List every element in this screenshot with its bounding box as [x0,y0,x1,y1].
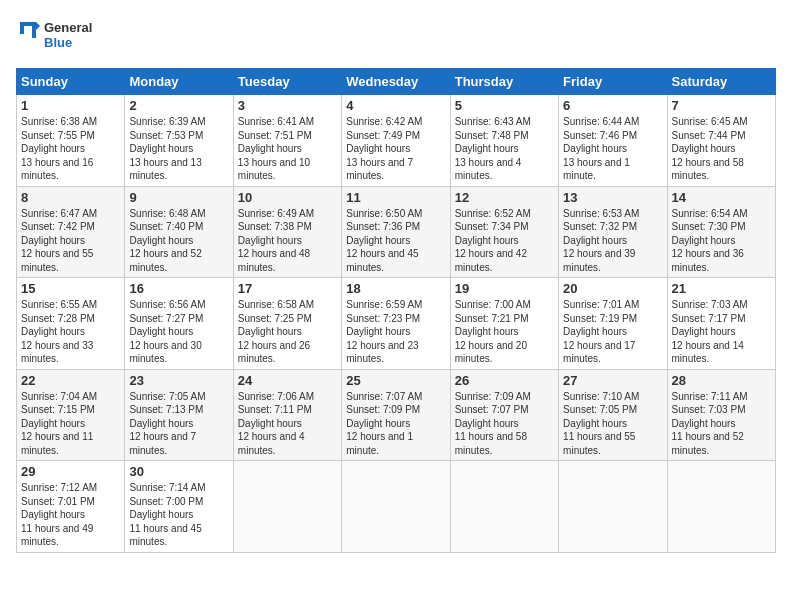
day-number: 19 [455,281,554,296]
table-row: 21Sunrise: 7:03 AMSunset: 7:17 PMDayligh… [667,278,775,370]
day-number: 16 [129,281,228,296]
table-row: 5Sunrise: 6:43 AMSunset: 7:48 PMDaylight… [450,95,558,187]
day-number: 27 [563,373,662,388]
col-tuesday: Tuesday [233,69,341,95]
day-number: 10 [238,190,337,205]
main-container: General Blue Sunday Monday Tuesday Wedne… [0,0,792,561]
day-number: 11 [346,190,445,205]
table-row: 25Sunrise: 7:07 AMSunset: 7:09 PMDayligh… [342,369,450,461]
header: General Blue [16,16,776,56]
table-row: 8Sunrise: 6:47 AMSunset: 7:42 PMDaylight… [17,186,125,278]
day-number: 9 [129,190,228,205]
calendar-week-5: 29Sunrise: 7:12 AMSunset: 7:01 PMDayligh… [17,461,776,553]
table-row: 14Sunrise: 6:54 AMSunset: 7:30 PMDayligh… [667,186,775,278]
table-row: 3Sunrise: 6:41 AMSunset: 7:51 PMDaylight… [233,95,341,187]
table-row: 20Sunrise: 7:01 AMSunset: 7:19 PMDayligh… [559,278,667,370]
day-info: Sunrise: 7:09 AMSunset: 7:07 PMDaylight … [455,390,554,458]
day-info: Sunrise: 7:01 AMSunset: 7:19 PMDaylight … [563,298,662,366]
day-number: 21 [672,281,771,296]
day-info: Sunrise: 7:00 AMSunset: 7:21 PMDaylight … [455,298,554,366]
day-number: 2 [129,98,228,113]
table-row: 11Sunrise: 6:50 AMSunset: 7:36 PMDayligh… [342,186,450,278]
day-info: Sunrise: 6:52 AMSunset: 7:34 PMDaylight … [455,207,554,275]
day-info: Sunrise: 7:10 AMSunset: 7:05 PMDaylight … [563,390,662,458]
day-info: Sunrise: 6:54 AMSunset: 7:30 PMDaylight … [672,207,771,275]
table-row: 7Sunrise: 6:45 AMSunset: 7:44 PMDaylight… [667,95,775,187]
table-row: 16Sunrise: 6:56 AMSunset: 7:27 PMDayligh… [125,278,233,370]
calendar-table: Sunday Monday Tuesday Wednesday Thursday… [16,68,776,553]
day-info: Sunrise: 7:12 AMSunset: 7:01 PMDaylight … [21,481,120,549]
day-number: 14 [672,190,771,205]
day-number: 24 [238,373,337,388]
day-number: 1 [21,98,120,113]
day-info: Sunrise: 7:14 AMSunset: 7:00 PMDaylight … [129,481,228,549]
day-number: 13 [563,190,662,205]
day-info: Sunrise: 6:44 AMSunset: 7:46 PMDaylight … [563,115,662,183]
day-info: Sunrise: 6:43 AMSunset: 7:48 PMDaylight … [455,115,554,183]
day-info: Sunrise: 6:53 AMSunset: 7:32 PMDaylight … [563,207,662,275]
col-sunday: Sunday [17,69,125,95]
day-number: 28 [672,373,771,388]
day-number: 25 [346,373,445,388]
table-row: 26Sunrise: 7:09 AMSunset: 7:07 PMDayligh… [450,369,558,461]
table-row: 1Sunrise: 6:38 AMSunset: 7:55 PMDaylight… [17,95,125,187]
day-info: Sunrise: 6:39 AMSunset: 7:53 PMDaylight … [129,115,228,183]
logo: General Blue [16,16,116,56]
table-row: 24Sunrise: 7:06 AMSunset: 7:11 PMDayligh… [233,369,341,461]
table-row: 9Sunrise: 6:48 AMSunset: 7:40 PMDaylight… [125,186,233,278]
table-row: 13Sunrise: 6:53 AMSunset: 7:32 PMDayligh… [559,186,667,278]
header-row: Sunday Monday Tuesday Wednesday Thursday… [17,69,776,95]
day-info: Sunrise: 7:07 AMSunset: 7:09 PMDaylight … [346,390,445,458]
day-number: 20 [563,281,662,296]
svg-marker-3 [36,22,40,30]
calendar-week-3: 15Sunrise: 6:55 AMSunset: 7:28 PMDayligh… [17,278,776,370]
table-row: 29Sunrise: 7:12 AMSunset: 7:01 PMDayligh… [17,461,125,553]
day-info: Sunrise: 7:03 AMSunset: 7:17 PMDaylight … [672,298,771,366]
day-info: Sunrise: 6:47 AMSunset: 7:42 PMDaylight … [21,207,120,275]
day-number: 30 [129,464,228,479]
table-row: 23Sunrise: 7:05 AMSunset: 7:13 PMDayligh… [125,369,233,461]
table-row [667,461,775,553]
day-number: 15 [21,281,120,296]
table-row: 17Sunrise: 6:58 AMSunset: 7:25 PMDayligh… [233,278,341,370]
day-info: Sunrise: 6:41 AMSunset: 7:51 PMDaylight … [238,115,337,183]
day-info: Sunrise: 6:48 AMSunset: 7:40 PMDaylight … [129,207,228,275]
table-row: 6Sunrise: 6:44 AMSunset: 7:46 PMDaylight… [559,95,667,187]
day-number: 22 [21,373,120,388]
calendar-week-2: 8Sunrise: 6:47 AMSunset: 7:42 PMDaylight… [17,186,776,278]
table-row: 27Sunrise: 7:10 AMSunset: 7:05 PMDayligh… [559,369,667,461]
logo-icon: General Blue [16,16,116,56]
table-row: 2Sunrise: 6:39 AMSunset: 7:53 PMDaylight… [125,95,233,187]
day-number: 8 [21,190,120,205]
day-number: 29 [21,464,120,479]
table-row [559,461,667,553]
day-number: 4 [346,98,445,113]
table-row: 4Sunrise: 6:42 AMSunset: 7:49 PMDaylight… [342,95,450,187]
day-info: Sunrise: 6:49 AMSunset: 7:38 PMDaylight … [238,207,337,275]
day-info: Sunrise: 7:05 AMSunset: 7:13 PMDaylight … [129,390,228,458]
day-info: Sunrise: 7:06 AMSunset: 7:11 PMDaylight … [238,390,337,458]
day-number: 26 [455,373,554,388]
day-number: 6 [563,98,662,113]
table-row: 28Sunrise: 7:11 AMSunset: 7:03 PMDayligh… [667,369,775,461]
table-row: 18Sunrise: 6:59 AMSunset: 7:23 PMDayligh… [342,278,450,370]
table-row: 12Sunrise: 6:52 AMSunset: 7:34 PMDayligh… [450,186,558,278]
col-monday: Monday [125,69,233,95]
day-info: Sunrise: 6:55 AMSunset: 7:28 PMDaylight … [21,298,120,366]
col-saturday: Saturday [667,69,775,95]
calendar-week-4: 22Sunrise: 7:04 AMSunset: 7:15 PMDayligh… [17,369,776,461]
table-row [342,461,450,553]
col-wednesday: Wednesday [342,69,450,95]
day-info: Sunrise: 6:38 AMSunset: 7:55 PMDaylight … [21,115,120,183]
day-info: Sunrise: 7:04 AMSunset: 7:15 PMDaylight … [21,390,120,458]
day-number: 12 [455,190,554,205]
day-number: 5 [455,98,554,113]
svg-text:General: General [44,20,92,35]
svg-text:Blue: Blue [44,35,72,50]
table-row: 19Sunrise: 7:00 AMSunset: 7:21 PMDayligh… [450,278,558,370]
day-info: Sunrise: 6:58 AMSunset: 7:25 PMDaylight … [238,298,337,366]
day-info: Sunrise: 6:45 AMSunset: 7:44 PMDaylight … [672,115,771,183]
day-number: 3 [238,98,337,113]
table-row [450,461,558,553]
day-number: 18 [346,281,445,296]
